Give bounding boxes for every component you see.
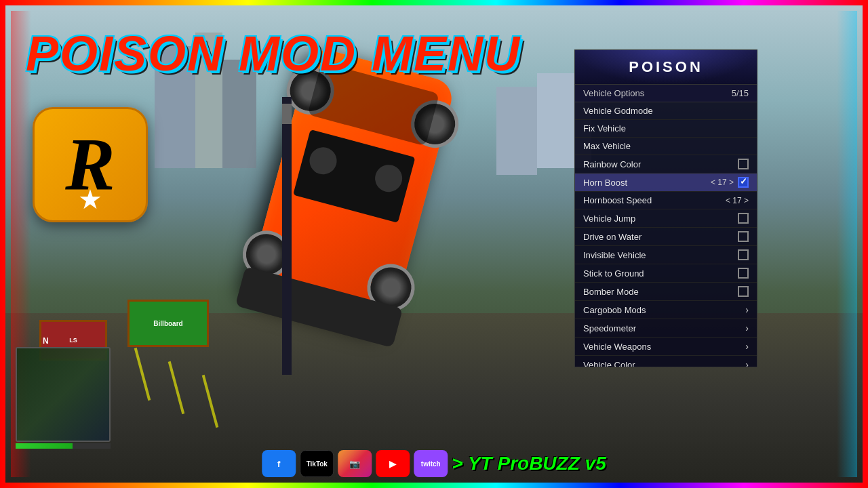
menu-item-value-invisible-vehicle <box>738 249 749 260</box>
youtube-icon: ▶ <box>389 459 396 469</box>
menu-item-drive-on-water[interactable]: Drive on Water <box>575 228 757 246</box>
menu-item-label-bomber-mode: Bomber Mode <box>583 287 639 297</box>
facebook-icon: f <box>277 459 280 469</box>
menu-item-invisible-vehicle[interactable]: Invisible Vehicle <box>575 246 757 264</box>
menu-item-label-hornboost-speed: Hornboost Speed <box>583 195 652 205</box>
page-title: POISON MOD MENU <box>26 26 521 81</box>
social-bar: f TikTok 📷 ▶ twitch > YT ProBUZZ v5 <box>262 450 606 477</box>
menu-item-label-invisible-vehicle: Invisible Vehicle <box>583 250 646 260</box>
menu-item-value-vehicle-color: › <box>745 359 749 367</box>
menu-item-hornboost-speed[interactable]: Hornboost Speed< 17 > <box>575 192 757 209</box>
menu-item-label-vehicle-godmode: Vehicle Godmode <box>583 106 653 116</box>
arrow-icon-speedometer: › <box>745 323 749 333</box>
menu-item-label-horn-boost: Horn Boost <box>583 178 627 188</box>
menu-header: POISON <box>575 50 757 85</box>
health-bar <box>16 443 111 449</box>
billboard-1: Billboard <box>127 300 209 347</box>
menu-item-label-stick-to-ground: Stick to Ground <box>583 268 644 279</box>
menu-item-value-bomber-mode <box>738 286 749 297</box>
checkbox-vehicle-jump[interactable] <box>738 213 749 224</box>
checkbox-invisible-vehicle[interactable] <box>738 249 749 260</box>
title-container: POISON MOD MENU <box>26 26 521 81</box>
menu-item-label-vehicle-weapons: Vehicle Weapons <box>583 342 651 352</box>
checkbox-stick-to-ground[interactable] <box>738 268 749 279</box>
menu-item-value-hornboost-speed: < 17 > <box>726 196 749 205</box>
rockstar-logo: R ★ <box>33 107 148 222</box>
tiktok-button[interactable]: TikTok <box>300 450 334 477</box>
youtube-button[interactable]: ▶ <box>376 450 410 477</box>
menu-title: POISON <box>583 58 749 76</box>
twitch-button[interactable]: twitch <box>414 450 448 477</box>
instagram-button[interactable]: 📷 <box>338 450 372 477</box>
checkbox-rainbow-color[interactable] <box>738 159 749 169</box>
menu-category-label: Vehicle Options <box>583 88 644 98</box>
scrollbar-thumb[interactable] <box>282 104 292 124</box>
menu-item-label-drive-on-water: Drive on Water <box>583 232 642 242</box>
menu-item-value-speedometer: › <box>745 323 749 333</box>
menu-item-fix-vehicle[interactable]: Fix Vehicle <box>575 120 757 138</box>
menu-item-value-drive-on-water <box>738 231 749 242</box>
menu-item-value-rainbow-color <box>738 159 749 169</box>
car-body <box>245 45 456 333</box>
minimap <box>16 347 111 442</box>
facebook-button[interactable]: f <box>262 450 296 477</box>
scrollbar-track[interactable] <box>282 97 292 375</box>
menu-item-label-cargobob-mods: Cargobob Mods <box>583 305 646 315</box>
menu-item-value-cargobob-mods: › <box>745 304 749 315</box>
menu-category-row: Vehicle Options 5/15 <box>575 85 757 102</box>
menu-item-vehicle-color[interactable]: Vehicle Color› <box>575 356 757 367</box>
menu-item-speedometer[interactable]: Speedometer› <box>575 319 757 338</box>
menu-scroll-container[interactable]: Vehicle GodmodeFix VehicleMax VehicleRai… <box>575 102 757 367</box>
menu-item-horn-boost[interactable]: Horn Boost< 17 > <box>575 174 757 192</box>
menu-item-vehicle-jump[interactable]: Vehicle Jump <box>575 209 757 228</box>
checkbox-bomber-mode[interactable] <box>738 286 749 297</box>
menu-item-value-vehicle-jump <box>738 213 749 224</box>
menu-item-label-fix-vehicle: Fix Vehicle <box>583 123 626 134</box>
menu-item-rainbow-color[interactable]: Rainbow Color <box>575 155 757 174</box>
arrow-icon-vehicle-color: › <box>745 359 749 367</box>
twitch-icon: twitch <box>421 460 441 468</box>
menu-item-cargobob-mods[interactable]: Cargobob Mods› <box>575 301 757 319</box>
tiktok-icon: TikTok <box>307 460 328 468</box>
menu-item-vehicle-weapons[interactable]: Vehicle Weapons› <box>575 338 757 356</box>
menu-item-label-vehicle-jump: Vehicle Jump <box>583 214 635 224</box>
menu-item-value-stick-to-ground <box>738 268 749 279</box>
menu-item-max-vehicle[interactable]: Max Vehicle <box>575 138 757 155</box>
menu-item-label-rainbow-color: Rainbow Color <box>583 159 641 169</box>
compass-north: N <box>43 336 49 346</box>
health-fill <box>16 443 73 449</box>
channel-name: > YT ProBUZZ v5 <box>452 453 606 474</box>
menu-item-bomber-mode[interactable]: Bomber Mode <box>575 283 757 301</box>
menu-item-stick-to-ground[interactable]: Stick to Ground <box>575 264 757 283</box>
rainbow-border: Billboard LS POISON MOD MENU R ★ <box>0 0 868 488</box>
mod-menu-panel: POISON Vehicle Options 5/15 Vehicle Godm… <box>574 49 757 367</box>
checkbox-drive-on-water[interactable] <box>738 231 749 242</box>
menu-item-value-vehicle-weapons: › <box>745 341 749 352</box>
menu-item-label-speedometer: Speedometer <box>583 323 636 333</box>
menu-item-label-max-vehicle: Max Vehicle <box>583 141 631 151</box>
inner-content: Billboard LS POISON MOD MENU R ★ <box>5 5 863 483</box>
menu-item-vehicle-godmode[interactable]: Vehicle Godmode <box>575 102 757 120</box>
checkbox-horn-boost[interactable] <box>738 177 749 188</box>
instagram-icon: 📷 <box>349 459 360 469</box>
arrow-icon-cargobob-mods: › <box>745 304 749 315</box>
arrow-icon-vehicle-weapons: › <box>745 341 749 352</box>
menu-category-count: 5/15 <box>732 88 749 98</box>
rockstar-star: ★ <box>78 184 102 215</box>
menu-item-label-vehicle-color: Vehicle Color <box>583 360 635 367</box>
menu-item-value-horn-boost: < 17 > <box>711 177 749 188</box>
